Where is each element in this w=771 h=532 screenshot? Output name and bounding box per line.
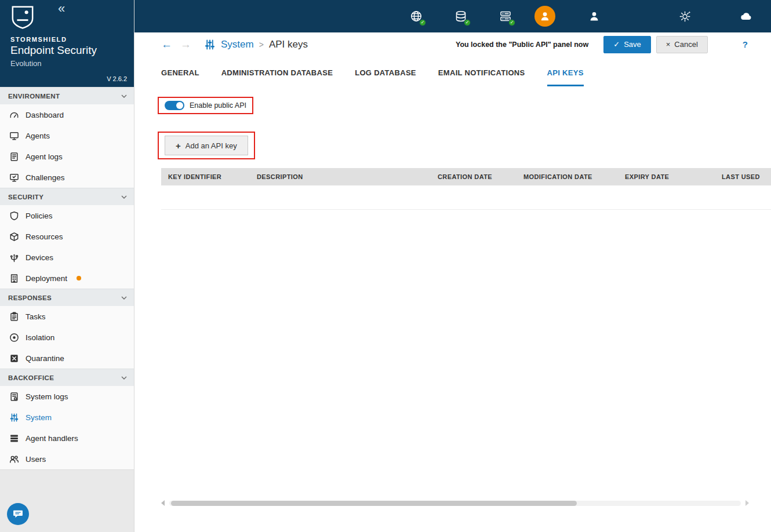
sidebar-item-system[interactable]: System [0,407,134,428]
horizontal-scrollbar [161,500,749,507]
box-cross-icon [9,354,19,363]
column-header-key-identifier[interactable]: KEY IDENTIFIER [161,173,250,180]
sidebar-item-label: Deployment [26,274,67,283]
sidebar-item-agent-logs[interactable]: Agent logs [0,146,134,167]
status-check-badge: ✓ [464,19,471,26]
save-button-label: Save [624,40,641,49]
globe-status-icon[interactable]: ✓ [408,8,425,25]
server-stack-icon [9,433,19,443]
forward-arrow-button[interactable]: → [180,39,191,50]
database-status-icon[interactable]: ✓ [452,8,470,25]
sidebar-item-label: Quarantine [26,354,64,363]
cancel-button-label: Cancel [674,40,697,49]
lock-status-message: You locked the "Public API" panel now [456,41,588,49]
sidebar-nav: ENVIRONMENT Dashboard Agents Agent logs … [0,87,134,469]
collapse-sidebar-button[interactable]: « [58,2,65,15]
building-icon [9,274,19,283]
tab-general[interactable]: GENERAL [161,68,199,86]
tab-api-keys[interactable]: API KEYS [547,68,584,86]
main-area: ✓ ✓ ✓ ← → [134,0,771,532]
sidebar-item-system-logs[interactable]: System logs [0,386,134,407]
breadcrumb-section[interactable]: System [221,39,254,50]
tab-email-notifications[interactable]: EMAIL NOTIFICATIONS [438,68,525,86]
scrollbar-thumb[interactable] [171,501,577,506]
column-header-modification-date[interactable]: MODIFICATION DATE [517,173,618,180]
app-root: « STORMSHIELD Endpoint Security Evolutio… [0,0,771,532]
monitor-check-icon [9,173,19,183]
sidebar-item-agent-handlers[interactable]: Agent handlers [0,428,134,449]
add-api-key-button[interactable]: + Add an API key [165,136,248,155]
sidebar-section-environment[interactable]: ENVIRONMENT [0,87,134,104]
api-keys-table: KEY IDENTIFIER DESCRIPTION CREATION DATE… [161,168,771,210]
sidebar-item-deployment[interactable]: Deployment [0,268,134,289]
column-header-last-used[interactable]: LAST USED [715,173,771,180]
breadcrumb-bar: ← → System > API keys You locked the "Pu… [134,32,771,56]
clipboard-icon [9,312,19,322]
cancel-button[interactable]: × Cancel [656,36,708,53]
sidebar-section-responses[interactable]: RESPONSES [0,289,134,306]
help-button[interactable]: ? [743,39,748,49]
sidebar-item-label: Agents [26,132,50,140]
section-label: SECURITY [8,194,43,201]
sidebar-item-quarantine[interactable]: Quarantine [0,348,134,369]
sidebar-item-label: Agent logs [26,152,63,161]
sliders-icon [204,39,216,50]
sidebar-item-resources[interactable]: Resources [0,226,134,247]
sidebar-item-challenges[interactable]: Challenges [0,167,134,188]
enable-public-api-label: Enable public API [190,101,246,110]
section-label: ENVIRONMENT [8,93,60,100]
sidebar-item-dashboard[interactable]: Dashboard [0,104,134,125]
sidebar-item-label: Challenges [26,173,65,182]
document-lines-icon [9,152,19,162]
user-icon[interactable] [585,8,603,25]
version-label: V 2.6.2 [107,75,127,82]
sidebar: « STORMSHIELD Endpoint Security Evolutio… [0,0,134,532]
sidebar-footer [0,469,134,532]
sidebar-item-label: System logs [26,392,68,401]
chevron-down-icon [121,296,127,300]
tab-log-database[interactable]: LOG DATABASE [355,68,416,86]
sidebar-section-backoffice[interactable]: BACKOFFICE [0,369,134,386]
save-button[interactable]: ✓ Save [603,36,651,53]
breadcrumb-separator: > [259,40,264,49]
sidebar-item-agents[interactable]: Agents [0,125,134,146]
chevron-down-icon [121,376,127,380]
tab-bar: GENERAL ADMINISTRATION DATABASE LOG DATA… [134,56,771,86]
session-user-icon[interactable] [534,6,555,27]
sidebar-item-label: Resources [26,232,63,241]
check-icon: ✓ [613,40,620,49]
sidebar-item-isolation[interactable]: Isolation [0,327,134,348]
enable-public-api-toggle[interactable] [165,101,184,110]
plus-icon: + [176,141,181,151]
gauge-icon [9,110,19,120]
column-header-expiry-date[interactable]: EXPIRY DATE [618,173,715,180]
scrollbar-track[interactable] [169,501,741,506]
chevron-down-icon [121,195,127,199]
tab-administration-database[interactable]: ADMINISTRATION DATABASE [221,68,333,86]
sidebar-section-security[interactable]: SECURITY [0,188,134,205]
cloud-icon[interactable] [737,8,755,25]
settings-gear-icon[interactable] [677,8,694,25]
column-header-description[interactable]: DESCRIPTION [250,173,431,180]
scroll-right-arrow[interactable] [745,500,749,506]
chat-bubble-icon [12,508,24,520]
document-gear-icon [9,392,19,402]
sidebar-item-users[interactable]: Users [0,449,134,469]
shield-icon [9,211,19,221]
column-header-creation-date[interactable]: CREATION DATE [431,173,517,180]
target-icon [9,333,19,342]
sidebar-item-label: Tasks [26,312,46,321]
breadcrumb-page: API keys [269,39,308,50]
scroll-left-arrow[interactable] [161,500,165,506]
empty-table-row [161,185,771,210]
sidebar-item-tasks[interactable]: Tasks [0,306,134,327]
back-arrow-button[interactable]: ← [161,39,172,50]
chevron-down-icon [121,94,127,98]
feedback-chat-button[interactable] [7,503,29,525]
sidebar-item-label: System [26,413,52,422]
sidebar-item-policies[interactable]: Policies [0,205,134,226]
server-status-icon[interactable]: ✓ [497,8,514,25]
users-icon [9,454,19,464]
sidebar-item-label: Isolation [26,333,54,342]
sidebar-item-devices[interactable]: Devices [0,247,134,268]
